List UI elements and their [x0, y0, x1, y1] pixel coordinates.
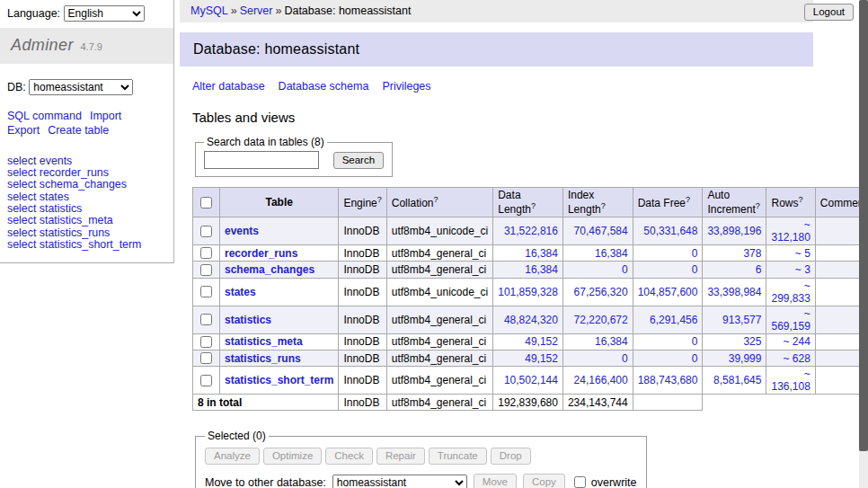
- row-checkbox-cell: [193, 262, 220, 278]
- index-length-link[interactable]: 16,384: [595, 335, 628, 348]
- table-name-link[interactable]: events: [225, 225, 259, 237]
- data-free-link[interactable]: 104,857,600: [638, 286, 698, 298]
- rows-estimate-link[interactable]: ~ 244: [783, 335, 810, 348]
- scrollbar[interactable]: [859, 0, 868, 488]
- rows-estimate-link[interactable]: ~ 5: [795, 247, 810, 260]
- data-free-link[interactable]: 6,291,456: [650, 314, 697, 326]
- table-name-link[interactable]: statistics: [225, 314, 271, 326]
- column-help-link[interactable]: ?: [798, 195, 802, 204]
- index-length-link[interactable]: 0: [622, 263, 628, 276]
- column-help-link[interactable]: ?: [601, 201, 606, 210]
- logout-button[interactable]: Logout: [804, 4, 854, 21]
- table-name-link[interactable]: recorder_runs: [225, 247, 297, 260]
- copy-button[interactable]: Copy: [523, 474, 565, 488]
- sidebar-table-link[interactable]: select statistics_runs: [7, 226, 110, 239]
- data-length-link[interactable]: 101,859,328: [498, 286, 558, 298]
- sql-command-link[interactable]: SQL command: [7, 110, 82, 122]
- column-help-link[interactable]: ?: [377, 195, 382, 204]
- import-link[interactable]: Import: [90, 110, 121, 122]
- column-help-link[interactable]: ?: [686, 195, 690, 204]
- row-checkbox[interactable]: [200, 314, 212, 325]
- column-help-link[interactable]: ?: [756, 201, 760, 210]
- sidebar-table-link[interactable]: select statistics_meta: [7, 214, 113, 226]
- auto-increment-link[interactable]: 8,581,645: [713, 374, 761, 386]
- auto-increment-link[interactable]: 33,398,984: [707, 286, 761, 298]
- rows-estimate-link[interactable]: ~ 628: [783, 352, 810, 365]
- data-free-link[interactable]: 0: [692, 335, 698, 348]
- data-length-link[interactable]: 31,522,816: [504, 225, 558, 237]
- overwrite-checkbox[interactable]: [574, 476, 586, 488]
- rows-estimate-link[interactable]: ~ 3: [795, 263, 810, 276]
- auto-increment-link[interactable]: 39,999: [729, 352, 762, 365]
- index-length-link[interactable]: 0: [622, 352, 628, 365]
- data-free-link[interactable]: 0: [692, 247, 698, 260]
- privileges-link[interactable]: Privileges: [382, 80, 430, 93]
- move-row: Move to other database: homeassistant Mo…: [205, 474, 637, 488]
- analyze-button[interactable]: Analyze: [205, 448, 260, 465]
- row-checkbox[interactable]: [200, 286, 212, 297]
- sidebar-table-link[interactable]: select schema_changes: [7, 178, 127, 191]
- index-length-link[interactable]: 67,256,320: [574, 286, 628, 298]
- row-checkbox[interactable]: [200, 352, 212, 364]
- data-length-link[interactable]: 49,152: [525, 352, 558, 365]
- data-length-link[interactable]: 16,384: [525, 263, 558, 276]
- data-length-link[interactable]: 10,502,144: [504, 374, 558, 386]
- row-checkbox[interactable]: [200, 336, 212, 348]
- move-button[interactable]: Move: [474, 474, 517, 488]
- row-checkbox[interactable]: [200, 264, 212, 276]
- search-input[interactable]: [204, 151, 319, 169]
- language-select[interactable]: English: [64, 5, 145, 22]
- sidebar-table-link[interactable]: select events: [7, 155, 72, 167]
- create-table-sidebar-link[interactable]: Create table: [48, 124, 109, 137]
- data-free-link[interactable]: 0: [692, 263, 698, 276]
- table-name-link[interactable]: schema_changes: [225, 263, 314, 276]
- rows-estimate-link[interactable]: ~ 312,180: [771, 218, 810, 244]
- data-length-link[interactable]: 48,824,320: [504, 314, 558, 326]
- select-all-checkbox[interactable]: [200, 197, 212, 209]
- rows-estimate-link[interactable]: ~ 136,108: [771, 368, 810, 393]
- index-length-link[interactable]: 24,166,400: [574, 374, 628, 386]
- scrollbar-thumb[interactable]: [859, 0, 868, 451]
- column-help-link[interactable]: ?: [433, 195, 438, 204]
- table-name-link[interactable]: statistics_short_term: [225, 374, 333, 386]
- auto-increment-link[interactable]: 913,577: [722, 314, 761, 326]
- index-length-link[interactable]: 70,467,584: [574, 225, 628, 237]
- breadcrumb-mysql-link[interactable]: MySQL: [190, 4, 228, 17]
- optimize-button[interactable]: Optimize: [263, 448, 322, 465]
- db-select[interactable]: homeassistant: [29, 79, 133, 95]
- table-name-link[interactable]: states: [225, 286, 256, 298]
- database-schema-link[interactable]: Database schema: [279, 80, 369, 93]
- sidebar-table-link[interactable]: select states: [7, 191, 69, 203]
- breadcrumb-server-link[interactable]: Server: [240, 4, 273, 17]
- data-free-link[interactable]: 188,743,680: [638, 374, 698, 386]
- sidebar-table-link[interactable]: select statistics: [7, 202, 82, 215]
- sidebar-table-link[interactable]: select statistics_short_term: [7, 238, 141, 251]
- index-length-link[interactable]: 16,384: [595, 247, 628, 260]
- auto-increment-link[interactable]: 378: [743, 247, 761, 260]
- data-free-link[interactable]: 0: [692, 352, 698, 365]
- search-button[interactable]: Search: [333, 152, 384, 169]
- table-name-link[interactable]: statistics_runs: [225, 352, 301, 365]
- sidebar-table-link[interactable]: select recorder_runs: [7, 166, 109, 179]
- auto-increment-link[interactable]: 6: [756, 263, 762, 276]
- row-checkbox[interactable]: [200, 375, 212, 386]
- row-checkbox[interactable]: [200, 226, 212, 237]
- data-free-link[interactable]: 50,331,648: [643, 225, 697, 237]
- column-help-link[interactable]: ?: [531, 201, 536, 210]
- row-checkbox[interactable]: [200, 247, 212, 259]
- index-length-link[interactable]: 72,220,672: [574, 314, 628, 326]
- rows-estimate-link[interactable]: ~ 569,159: [771, 307, 810, 333]
- check-button[interactable]: Check: [325, 448, 373, 465]
- auto-increment-link[interactable]: 325: [743, 335, 761, 348]
- move-db-select[interactable]: homeassistant: [332, 475, 467, 488]
- drop-button[interactable]: Drop: [491, 448, 531, 465]
- data-length-link[interactable]: 16,384: [525, 247, 558, 260]
- table-name-link[interactable]: statistics_meta: [225, 335, 303, 348]
- data-length-link[interactable]: 49,152: [525, 335, 558, 348]
- truncate-button[interactable]: Truncate: [429, 448, 487, 465]
- export-link[interactable]: Export: [7, 124, 40, 137]
- rows-estimate-link[interactable]: ~ 299,833: [771, 279, 810, 305]
- auto-increment-link[interactable]: 33,898,196: [707, 225, 761, 237]
- repair-button[interactable]: Repair: [376, 448, 425, 465]
- alter-database-link[interactable]: Alter database: [192, 80, 265, 93]
